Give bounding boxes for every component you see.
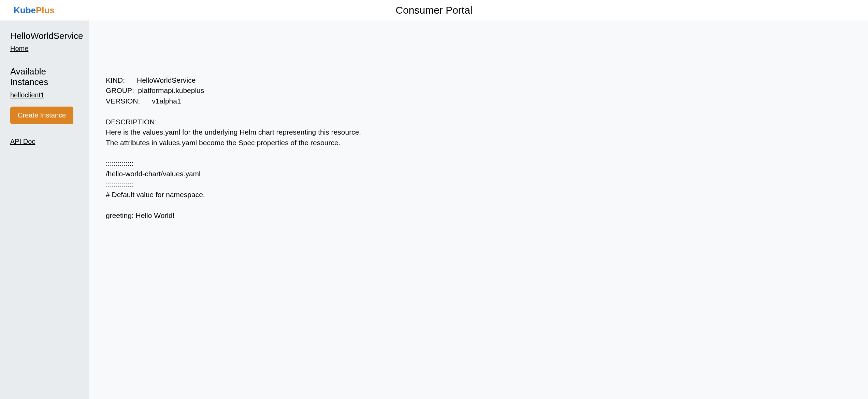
main-content: KIND: HelloWorldService GROUP: platforma… [89, 20, 868, 399]
logo-plus-text: Plus [36, 5, 55, 15]
sidebar-service-name: HelloWorldService [10, 31, 78, 41]
header: KubePlus Consumer Portal [0, 0, 868, 20]
sidebar-instance-link[interactable]: helloclient1 [10, 91, 78, 99]
sidebar: HelloWorldService Home Available Instanc… [0, 20, 89, 399]
create-instance-button[interactable]: Create Instance [10, 107, 73, 124]
sidebar-instances-section: Available Instances helloclient1 Create … [10, 66, 78, 124]
sidebar-apidoc-section: API Doc [10, 138, 78, 146]
sidebar-home-link[interactable]: Home [10, 45, 78, 53]
logo-kube-text: Kube [14, 5, 36, 15]
layout: HelloWorldService Home Available Instanc… [0, 20, 868, 399]
portal-title: Consumer Portal [395, 4, 472, 16]
logo: KubePlus [14, 5, 55, 16]
sidebar-apidoc-link[interactable]: API Doc [10, 138, 78, 146]
api-doc-text: KIND: HelloWorldService GROUP: platforma… [106, 75, 851, 221]
sidebar-instances-heading: Available Instances [10, 66, 78, 87]
sidebar-service-section: HelloWorldService Home [10, 31, 78, 53]
